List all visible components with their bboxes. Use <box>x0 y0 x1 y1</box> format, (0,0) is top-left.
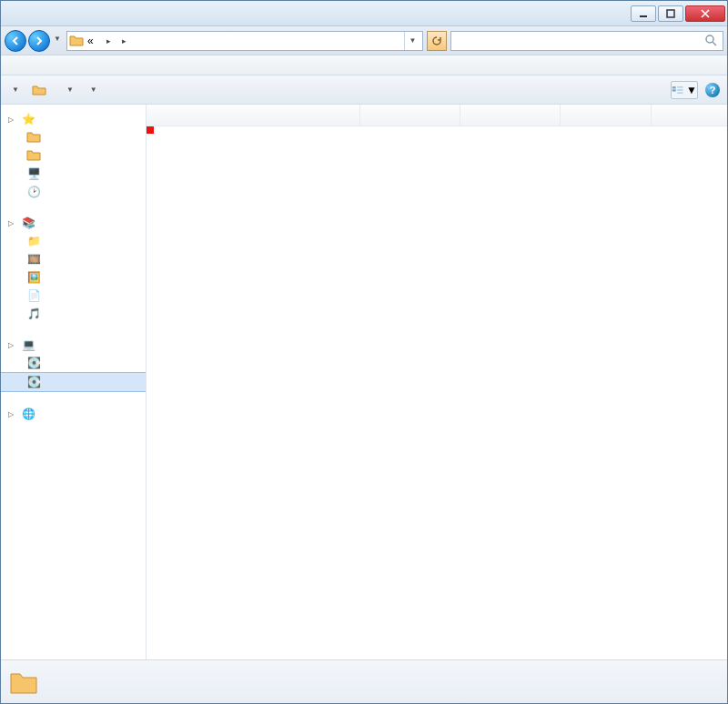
back-button[interactable] <box>5 30 26 52</box>
column-date[interactable] <box>360 105 460 126</box>
maximize-button[interactable] <box>658 5 683 22</box>
open-icon <box>32 83 46 97</box>
navigation-bar: ▼ « ▸ ▸ ▼ <box>1 26 727 55</box>
command-bar: ▼ ▼ ▼ ▼ ? <box>1 75 727 105</box>
file-list[interactable] <box>147 126 727 659</box>
sidebar-item[interactable]: 📁 <box>1 232 146 250</box>
documents-icon: 📄 <box>26 288 41 303</box>
open-button[interactable] <box>32 83 50 97</box>
folder-icon <box>26 130 41 145</box>
organize-button[interactable]: ▼ <box>8 85 19 94</box>
column-size[interactable] <box>561 105 652 126</box>
explorer-window: ▼ « ▸ ▸ ▼ ▼ ▼ ▼ ▼ <box>0 0 728 704</box>
refresh-button[interactable] <box>427 31 447 51</box>
folder-icon <box>69 34 84 48</box>
drive-icon: 💽 <box>26 356 41 370</box>
menu-view[interactable] <box>30 64 41 67</box>
body: ▷⭐ 🖥️ 🕑 ▷📚 📁 🎞️ 🖼️ 📄 🎵 ▷💻 💽 💽 ▷🌐 <box>1 105 727 659</box>
sidebar-item[interactable]: 💽 <box>1 372 146 392</box>
svg-rect-0 <box>640 15 647 17</box>
sidebar-item[interactable]: 🎞️ <box>1 250 146 268</box>
sidebar-item[interactable] <box>1 146 146 165</box>
sidebar-item[interactable]: 🖥️ <box>1 165 146 183</box>
address-bar[interactable]: « ▸ ▸ ▼ <box>66 31 423 51</box>
menu-edit[interactable] <box>17 64 28 67</box>
menu-help[interactable] <box>56 64 66 67</box>
network-icon: 🌐 <box>21 407 35 421</box>
pictures-icon: 🖼️ <box>26 270 41 285</box>
music-icon: 🎵 <box>26 307 41 321</box>
menu-tools[interactable] <box>43 64 54 67</box>
sidebar-item[interactable]: 📄 <box>1 287 146 305</box>
column-name[interactable] <box>147 105 360 126</box>
library-icon: 📚 <box>21 216 35 230</box>
sidebar-item[interactable] <box>1 128 146 146</box>
forward-button[interactable] <box>28 30 50 52</box>
sidebar-item[interactable]: 🎵 <box>1 305 146 323</box>
folder-icon <box>26 148 41 163</box>
svg-rect-1 <box>667 10 674 17</box>
svg-rect-3 <box>672 86 676 88</box>
svg-point-2 <box>706 35 713 43</box>
column-type[interactable] <box>460 105 561 126</box>
history-dropdown[interactable]: ▼ <box>52 30 63 48</box>
libraries-group[interactable]: ▷📚 <box>1 214 146 232</box>
search-icon <box>704 34 719 48</box>
computer-icon: 💻 <box>21 337 35 352</box>
desktop-icon: 🖥️ <box>26 166 41 181</box>
favorites-group[interactable]: ▷⭐ <box>1 110 146 128</box>
sidebar-item[interactable]: 🕑 <box>1 183 146 201</box>
title-bar <box>1 1 727 26</box>
details-pane <box>1 659 727 703</box>
navigation-pane[interactable]: ▷⭐ 🖥️ 🕑 ▷📚 📁 🎞️ 🖼️ 📄 🎵 ▷💻 💽 💽 ▷🌐 <box>1 105 147 659</box>
breadcrumb-item[interactable] <box>113 32 120 50</box>
breadcrumb-item[interactable] <box>97 32 105 50</box>
network-group[interactable]: ▷🌐 <box>1 405 146 423</box>
recent-icon: 🕑 <box>26 185 41 199</box>
share-button[interactable]: ▼ <box>86 85 97 94</box>
video-icon: 🎞️ <box>26 252 41 267</box>
svg-rect-4 <box>672 89 676 91</box>
file-pane <box>147 105 727 659</box>
breadcrumb-root[interactable]: « <box>84 32 97 50</box>
help-button[interactable]: ? <box>705 83 720 97</box>
menu-bar <box>1 55 727 75</box>
highlight-box <box>147 126 154 134</box>
view-options[interactable]: ▼ <box>671 81 698 99</box>
close-button[interactable] <box>685 5 725 22</box>
computer-group[interactable]: ▷💻 <box>1 336 146 354</box>
sidebar-item[interactable]: 💽 <box>1 354 146 372</box>
menu-file[interactable] <box>5 64 15 67</box>
folder-icon <box>8 667 39 698</box>
sidebar-item[interactable]: 🖼️ <box>1 268 146 287</box>
drive-icon: 💽 <box>26 375 41 389</box>
column-headers <box>147 105 727 126</box>
folder-icon: 📁 <box>26 234 41 248</box>
minimize-button[interactable] <box>631 5 656 22</box>
address-dropdown[interactable]: ▼ <box>404 32 420 50</box>
search-input[interactable] <box>450 31 723 51</box>
star-icon: ⭐ <box>21 112 35 126</box>
include-button[interactable]: ▼ <box>63 85 74 94</box>
